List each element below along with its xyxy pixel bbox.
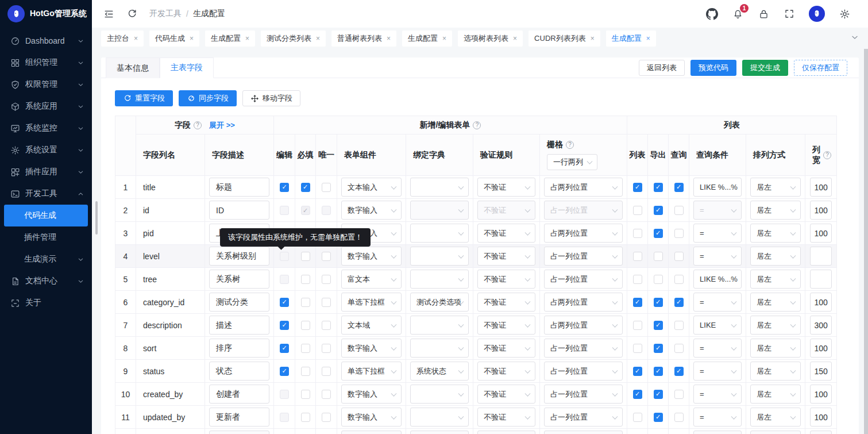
- page-tab-0[interactable]: 主控台×: [101, 30, 144, 47]
- grid-position-select[interactable]: 占一列位置: [544, 247, 623, 266]
- edit-checkbox[interactable]: ✓: [280, 298, 289, 307]
- query-condition-select[interactable]: =: [693, 362, 742, 381]
- list-checkbox[interactable]: [633, 413, 642, 422]
- list-checkbox[interactable]: ✓: [633, 298, 642, 307]
- grid-position-select[interactable]: 占一列位置: [544, 362, 623, 381]
- column-width-input[interactable]: 100: [810, 293, 832, 312]
- edit-checkbox[interactable]: ✓: [280, 183, 289, 192]
- sidebar-scrollbar-thumb[interactable]: [95, 201, 98, 235]
- export-checkbox[interactable]: [654, 252, 663, 261]
- sidebar-item-生成演示[interactable]: 生成演示: [0, 248, 92, 270]
- help-icon[interactable]: ?: [566, 141, 574, 149]
- fullscreen-icon[interactable]: [783, 7, 796, 20]
- query-checkbox[interactable]: [674, 344, 684, 353]
- form-component-select[interactable]: 文本输入: [341, 178, 402, 197]
- required-checkbox[interactable]: ✓: [301, 183, 310, 192]
- validate-rule-select[interactable]: 不验证: [477, 385, 535, 404]
- grid-position-select[interactable]: 占两列位置: [544, 224, 623, 243]
- field-desc-input[interactable]: 测试分类: [209, 293, 269, 312]
- query-checkbox[interactable]: [674, 275, 684, 284]
- query-condition-select[interactable]: =: [693, 293, 742, 312]
- help-icon[interactable]: ?: [823, 151, 831, 159]
- bind-dict-select[interactable]: 测试分类选项: [410, 293, 469, 312]
- field-desc-input[interactable]: 排序: [209, 339, 269, 358]
- bind-dict-select[interactable]: [410, 339, 469, 358]
- list-checkbox[interactable]: [633, 321, 642, 330]
- validate-rule-select[interactable]: 不验证: [477, 224, 535, 243]
- sidebar-item-组织管理[interactable]: 组织管理: [0, 52, 92, 74]
- app-logo[interactable]: HotGo管理系统: [0, 0, 92, 28]
- refresh-page-icon[interactable]: [126, 7, 138, 20]
- close-tab-icon[interactable]: ×: [513, 34, 517, 43]
- required-checkbox[interactable]: [301, 344, 310, 353]
- page-tab-4[interactable]: 普通树表列表×: [331, 30, 396, 47]
- edit-checkbox[interactable]: ✓: [280, 344, 289, 353]
- save-config-only-button[interactable]: 仅保存配置: [794, 60, 847, 76]
- lock-screen-icon[interactable]: [757, 7, 770, 20]
- query-condition-select[interactable]: =: [693, 339, 742, 358]
- close-tab-icon[interactable]: ×: [245, 34, 249, 43]
- bind-dict-select[interactable]: [410, 385, 469, 404]
- unique-checkbox[interactable]: [322, 390, 331, 399]
- edit-checkbox[interactable]: ✓: [280, 321, 289, 330]
- bind-dict-select[interactable]: [410, 270, 469, 289]
- validate-rule-select[interactable]: 不验证: [477, 270, 535, 289]
- column-width-input[interactable]: 100: [810, 178, 832, 197]
- preview-code-button[interactable]: 预览代码: [690, 60, 736, 76]
- tab-main-fields[interactable]: 主表字段: [160, 57, 214, 78]
- export-checkbox[interactable]: ✓: [654, 206, 663, 215]
- sidebar-item-插件管理[interactable]: 插件管理: [0, 226, 92, 248]
- required-checkbox[interactable]: [301, 321, 310, 330]
- column-align-select[interactable]: 居左: [750, 247, 801, 266]
- export-checkbox[interactable]: [654, 275, 663, 284]
- breadcrumb-parent[interactable]: 开发工具: [149, 9, 182, 19]
- export-checkbox[interactable]: ✓: [654, 390, 663, 399]
- bind-dict-select[interactable]: [410, 178, 469, 197]
- unique-checkbox[interactable]: [322, 183, 331, 192]
- column-align-select[interactable]: 居左: [750, 362, 801, 381]
- grid-position-select[interactable]: 占两列位置: [544, 293, 623, 312]
- settings-gear-icon[interactable]: [838, 7, 851, 20]
- column-align-select[interactable]: 居左: [750, 224, 801, 243]
- list-checkbox[interactable]: [633, 206, 642, 215]
- unique-checkbox[interactable]: [322, 321, 331, 330]
- query-checkbox[interactable]: ✓: [674, 367, 684, 376]
- column-align-select[interactable]: 居左: [750, 408, 801, 427]
- page-tab-8[interactable]: 生成配置×: [606, 30, 656, 47]
- form-component-select[interactable]: 单选下拉框: [341, 362, 402, 381]
- sidebar-item-文档中心[interactable]: 文档中心: [0, 270, 92, 292]
- close-tab-icon[interactable]: ×: [442, 34, 446, 43]
- column-width-input[interactable]: 100: [810, 201, 832, 220]
- github-icon[interactable]: [705, 7, 718, 20]
- sidebar-item-dashboard[interactable]: Dashboard: [0, 30, 92, 52]
- list-checkbox[interactable]: [633, 344, 642, 353]
- query-checkbox[interactable]: [674, 206, 684, 215]
- sidebar-item-关于[interactable]: 关于: [0, 292, 92, 314]
- column-width-input[interactable]: 150: [810, 362, 832, 381]
- query-checkbox[interactable]: ✓: [674, 298, 684, 307]
- bind-dict-select[interactable]: [410, 316, 469, 335]
- grid-position-select[interactable]: 占一列位置: [544, 385, 623, 404]
- query-condition-select[interactable]: =: [693, 385, 742, 404]
- list-checkbox[interactable]: [633, 252, 642, 261]
- column-align-select[interactable]: 居左: [750, 316, 801, 335]
- column-align-select[interactable]: 居左: [750, 270, 801, 289]
- bind-dict-select[interactable]: [410, 247, 469, 266]
- column-width-input[interactable]: 300: [810, 316, 832, 335]
- column-width-input[interactable]: [810, 270, 832, 289]
- column-align-select[interactable]: 居左: [750, 293, 801, 312]
- unique-checkbox[interactable]: [322, 252, 331, 261]
- query-checkbox[interactable]: [674, 321, 684, 330]
- field-desc-input[interactable]: 关系树级别: [209, 247, 269, 266]
- bind-dict-select[interactable]: 系统状态: [410, 362, 469, 381]
- refresh-field-button[interactable]: 重置字段: [115, 90, 173, 106]
- unique-checkbox[interactable]: [322, 275, 331, 284]
- form-component-select[interactable]: 单选下拉框: [341, 293, 402, 312]
- sidebar-item-开发工具[interactable]: 开发工具: [0, 183, 92, 205]
- grid-position-select[interactable]: 占一列位置: [544, 339, 623, 358]
- page-tab-1[interactable]: 代码生成×: [149, 30, 199, 47]
- column-align-select[interactable]: 居左: [750, 201, 801, 220]
- required-checkbox[interactable]: [301, 298, 310, 307]
- column-width-input[interactable]: [810, 247, 832, 266]
- query-checkbox[interactable]: [674, 229, 684, 238]
